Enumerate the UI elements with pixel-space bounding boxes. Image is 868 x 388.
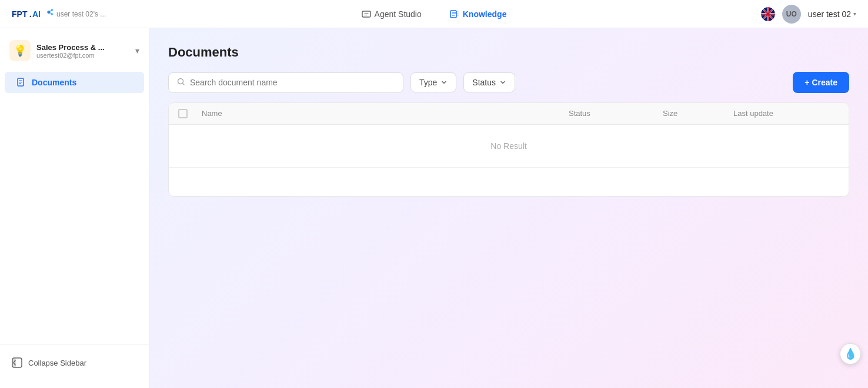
workspace-info: Sales Process & ... usertest02@fpt.com bbox=[36, 43, 129, 59]
logo-area: FPT . AI user test 02's ... bbox=[12, 6, 129, 22]
sidebar: 💡 Sales Process & ... usertest02@fpt.com… bbox=[0, 28, 149, 388]
workspace-email: usertest02@fpt.com bbox=[36, 52, 129, 59]
page-title: Documents bbox=[168, 45, 849, 60]
documents-icon bbox=[16, 78, 26, 87]
select-all-cell[interactable] bbox=[178, 109, 202, 118]
logo-icon[interactable]: FPT . AI bbox=[12, 6, 53, 22]
sidebar-bottom: Collapse Sidebar bbox=[0, 344, 149, 381]
user-name-text: user test 02 bbox=[808, 9, 851, 19]
nav-agent-studio-label: Agent Studio bbox=[375, 9, 422, 19]
user-name-display[interactable]: user test 02 ▾ bbox=[808, 9, 856, 19]
workspace-name: Sales Process & ... bbox=[36, 43, 129, 52]
type-filter-label: Type bbox=[419, 78, 437, 87]
select-all-checkbox[interactable] bbox=[178, 109, 188, 118]
type-filter-chevron-icon bbox=[440, 79, 448, 86]
nav-center: Agent Studio Knowledge bbox=[129, 7, 739, 21]
create-button[interactable]: + Create bbox=[793, 72, 849, 93]
sidebar-item-documents-label: Documents bbox=[32, 78, 76, 87]
workspace-chevron-icon: ▾ bbox=[135, 46, 139, 55]
knowledge-icon bbox=[450, 9, 459, 19]
workspace-icon: 💡 bbox=[9, 40, 31, 61]
toolbar: Type Status + Create bbox=[168, 72, 849, 93]
table-header-status: Status bbox=[569, 109, 663, 118]
collapse-sidebar-button[interactable]: Collapse Sidebar bbox=[0, 351, 149, 374]
nav-agent-studio[interactable]: Agent Studio bbox=[357, 7, 426, 21]
floating-chat-widget[interactable]: 💧 bbox=[840, 343, 861, 364]
nav-knowledge-label: Knowledge bbox=[463, 9, 507, 19]
table-header-size: Size bbox=[663, 109, 733, 118]
search-box bbox=[168, 72, 403, 93]
svg-text:FPT: FPT bbox=[12, 9, 28, 19]
search-icon bbox=[177, 78, 185, 88]
top-navigation: FPT . AI user test 02's ... Agent Studio bbox=[0, 0, 868, 28]
collapse-sidebar-label: Collapse Sidebar bbox=[28, 359, 86, 367]
svg-text:.: . bbox=[29, 9, 32, 19]
svg-rect-13 bbox=[12, 358, 16, 367]
language-flag[interactable] bbox=[761, 7, 775, 21]
workspace-subtitle: user test 02's ... bbox=[56, 10, 106, 18]
search-input[interactable] bbox=[190, 78, 395, 87]
user-menu-chevron: ▾ bbox=[853, 11, 856, 17]
workspace-selector[interactable]: 💡 Sales Process & ... usertest02@fpt.com… bbox=[0, 35, 149, 66]
table-header: Name Status Size Last update bbox=[169, 103, 849, 125]
agent-studio-icon bbox=[362, 9, 371, 19]
table-blank-row bbox=[169, 168, 849, 196]
table-empty-message: No Result bbox=[169, 125, 849, 168]
svg-text:AI: AI bbox=[32, 9, 41, 19]
status-filter-chevron-icon bbox=[499, 79, 506, 86]
nav-right: UO user test 02 ▾ bbox=[739, 5, 856, 24]
status-filter-button[interactable]: Status bbox=[463, 72, 515, 92]
documents-table: Name Status Size Last update No Result bbox=[168, 102, 849, 197]
svg-rect-8 bbox=[362, 11, 370, 17]
table-header-name: Name bbox=[202, 109, 569, 118]
floating-widget-icon: 💧 bbox=[844, 347, 857, 360]
table-header-last-update: Last update bbox=[733, 109, 839, 118]
status-filter-label: Status bbox=[472, 78, 496, 87]
type-filter-button[interactable]: Type bbox=[410, 72, 456, 92]
sidebar-item-documents[interactable]: Documents bbox=[5, 72, 144, 93]
nav-knowledge[interactable]: Knowledge bbox=[445, 7, 512, 21]
collapse-icon bbox=[12, 357, 22, 368]
main-content: Documents Type Status bbox=[149, 28, 868, 388]
main-layout: 💡 Sales Process & ... usertest02@fpt.com… bbox=[0, 28, 868, 388]
user-avatar[interactable]: UO bbox=[782, 5, 801, 24]
